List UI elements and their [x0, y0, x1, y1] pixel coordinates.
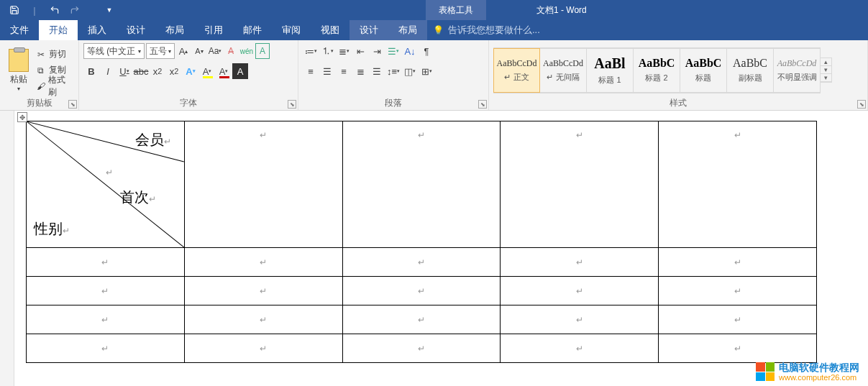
change-case-button[interactable]: Aa▾	[208, 43, 222, 59]
align-left-button[interactable]: ≡	[303, 63, 319, 79]
table-cell[interactable]: ↵	[342, 121, 501, 248]
style-card[interactable]: AaBl标题 1	[587, 48, 634, 93]
table-cell[interactable]: ↵	[501, 334, 659, 363]
highlight-button[interactable]: A▾	[199, 63, 215, 79]
bulb-icon: 💡	[433, 25, 444, 35]
increase-indent-button[interactable]: ⇥	[369, 43, 385, 59]
table-cell[interactable]: ↵	[184, 121, 342, 248]
clipboard-launcher[interactable]: ⬊	[68, 100, 77, 109]
format-painter-button[interactable]: 🖌格式刷	[36, 79, 74, 93]
tab-home[interactable]: 开始	[39, 20, 78, 40]
table-cell[interactable]: ↵	[659, 305, 817, 334]
table-cell[interactable]: ↵	[342, 248, 501, 277]
tab-design[interactable]: 设计	[117, 20, 155, 40]
table-cell[interactable]: ↵	[184, 334, 342, 363]
paragraph-mark: ↵	[576, 286, 583, 296]
tab-mailings[interactable]: 邮件	[233, 20, 272, 40]
line-spacing-button[interactable]: ↕≡▾	[385, 63, 401, 79]
styles-launcher[interactable]: ⬊	[857, 100, 866, 109]
shrink-font-button[interactable]: A▾	[192, 43, 206, 59]
font-color-button[interactable]: A▾	[216, 63, 232, 79]
tab-table-design[interactable]: 设计	[350, 20, 388, 40]
tell-me-box[interactable]: 💡告诉我您想要做什么...	[433, 24, 540, 37]
shading-button[interactable]: ◫▾	[402, 63, 418, 79]
phonetic-button[interactable]: wén	[239, 43, 254, 59]
style-card[interactable]: AaBbC标题	[680, 48, 727, 93]
table-cell[interactable]: ↵	[184, 277, 342, 305]
document-table[interactable]: 会员↵ ↵ 首次↵ 性别↵ ↵ ↵ ↵ ↵ ↵ ↵ ↵ ↵ ↵ ↵ ↵ ↵ ↵ …	[26, 121, 817, 363]
table-cell[interactable]: ↵	[27, 277, 185, 305]
table-cell[interactable]: ↵	[184, 248, 342, 277]
style-card[interactable]: AaBbC标题 2	[634, 48, 680, 93]
table-cell[interactable]: ↵	[659, 334, 817, 363]
font-name-combo[interactable]: 等线 (中文正▾	[83, 43, 145, 59]
decrease-indent-button[interactable]: ⇤	[352, 43, 368, 59]
table-cell[interactable]: ↵	[501, 305, 659, 334]
diagonal-header-cell[interactable]: 会员↵ ↵ 首次↵ 性别↵	[27, 121, 185, 248]
table-cell[interactable]: ↵	[659, 248, 817, 277]
grow-font-button[interactable]: A▴	[176, 43, 191, 59]
document-area[interactable]: ✥ 会员↵ ↵ 首次↵ 性别↵ ↵ ↵ ↵ ↵ ↵ ↵ ↵ ↵ ↵ ↵ ↵ ↵	[0, 111, 868, 386]
style-card[interactable]: AaBbCcDd↵ 正文	[493, 48, 540, 93]
table-cell[interactable]: ↵	[659, 277, 817, 305]
redo-button[interactable]	[66, 1, 83, 19]
table-cell[interactable]: ↵	[659, 121, 817, 248]
sort-button[interactable]: A↓	[402, 43, 418, 59]
tab-layout[interactable]: 布局	[155, 20, 194, 40]
paste-button[interactable]: 粘贴 ▾	[4, 49, 33, 92]
text-effects-button[interactable]: A▾	[183, 63, 198, 79]
borders-button[interactable]: ⊞▾	[419, 63, 434, 79]
asian-layout-button[interactable]: ☰▾	[385, 43, 401, 59]
style-name: ↵ 无间隔	[547, 72, 579, 83]
qat-customize[interactable]: ▼	[101, 1, 118, 19]
table-cell[interactable]: ↵	[184, 305, 342, 334]
bullets-button[interactable]: ≔▾	[303, 43, 319, 59]
font-size-combo[interactable]: 五号▾	[146, 43, 175, 59]
style-gallery[interactable]: AaBbCcDd↵ 正文AaBbCcDd↵ 无间隔AaBl标题 1AaBbC标题…	[493, 47, 821, 93]
table-cell[interactable]: ↵	[342, 277, 501, 305]
clear-format-button[interactable]: A̶	[224, 43, 238, 59]
char-border-button[interactable]: A	[255, 43, 270, 59]
show-marks-button[interactable]: ¶	[419, 43, 434, 59]
char-shading-button[interactable]: A	[232, 63, 248, 79]
italic-button[interactable]: I	[100, 63, 116, 79]
underline-button[interactable]: U▾	[117, 63, 132, 79]
paste-label: 粘贴	[10, 73, 27, 86]
table-cell[interactable]: ↵	[342, 305, 501, 334]
table-cell[interactable]: ↵	[27, 334, 185, 363]
multilevel-button[interactable]: ≣▾	[336, 43, 352, 59]
font-launcher[interactable]: ⬊	[288, 100, 296, 109]
table-cell[interactable]: ↵	[501, 248, 659, 277]
table-cell[interactable]: ↵	[342, 334, 501, 363]
justify-button[interactable]: ≣	[352, 63, 368, 79]
align-center-button[interactable]: ☰	[319, 63, 335, 79]
table-cell[interactable]: ↵	[27, 248, 185, 277]
watermark-text-1: 电脑软硬件教程网	[779, 362, 859, 373]
subscript-button[interactable]: x2	[150, 63, 165, 79]
table-cell[interactable]: ↵	[27, 305, 185, 334]
style-card[interactable]: AaBbC副标题	[727, 48, 774, 93]
style-preview: AaBbC	[733, 57, 767, 70]
tab-file[interactable]: 文件	[0, 20, 39, 40]
paragraph-mark: ↵	[260, 286, 267, 296]
strike-button[interactable]: abc	[133, 63, 149, 79]
table-cell[interactable]: ↵	[501, 277, 659, 305]
numbering-button[interactable]: ⒈▾	[319, 43, 335, 59]
distribute-button[interactable]: ☰	[369, 63, 385, 79]
save-button[interactable]	[6, 1, 23, 19]
tab-insert[interactable]: 插入	[78, 20, 117, 40]
tab-review[interactable]: 审阅	[272, 20, 311, 40]
style-card[interactable]: AaBbCcDd↵ 无间隔	[540, 48, 587, 93]
table-cell[interactable]: ↵	[501, 121, 659, 248]
paragraph-launcher[interactable]: ⬊	[478, 100, 487, 109]
bold-button[interactable]: B	[83, 63, 99, 79]
cut-button[interactable]: ✂剪切	[36, 47, 74, 62]
style-scroll[interactable]: ▴▾▾	[821, 58, 832, 83]
tab-table-layout[interactable]: 布局	[388, 20, 427, 40]
superscript-button[interactable]: x2	[166, 63, 182, 79]
style-card[interactable]: AaBbCcDd不明显强调	[774, 48, 821, 93]
tab-view[interactable]: 视图	[311, 20, 350, 40]
undo-button[interactable]	[46, 1, 63, 19]
align-right-button[interactable]: ≡	[336, 63, 352, 79]
tab-references[interactable]: 引用	[194, 20, 233, 40]
